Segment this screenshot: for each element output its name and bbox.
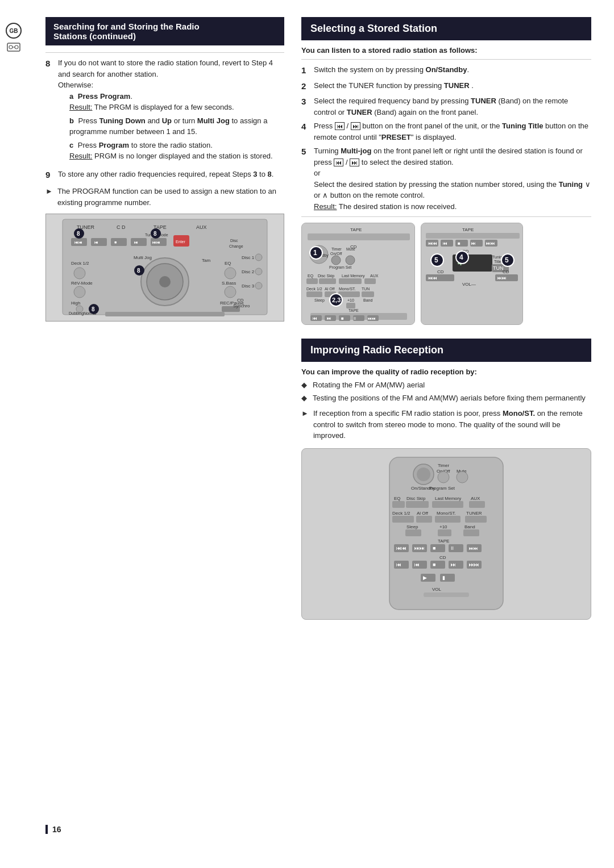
svg-rect-89	[346, 303, 355, 308]
svg-text:⏮⏮: ⏮⏮	[396, 545, 406, 551]
svg-text:Last Memory: Last Memory	[342, 274, 365, 278]
svg-text:⏮: ⏮	[396, 562, 401, 567]
svg-text:CD: CD	[439, 555, 446, 560]
svg-text:TUN: TUN	[362, 287, 370, 291]
svg-text:5: 5	[434, 256, 438, 264]
svg-text:TAPE: TAPE	[438, 539, 449, 544]
svg-point-49	[255, 254, 262, 261]
step8-row: 8 If you do not want to store the radio …	[45, 57, 284, 164]
svg-rect-165	[416, 516, 432, 523]
svg-text:■: ■	[114, 240, 117, 244]
svg-text:Band: Band	[363, 298, 372, 302]
svg-rect-98	[339, 315, 350, 321]
svg-text:⏮⏮: ⏮⏮	[428, 241, 437, 246]
svg-rect-164	[392, 516, 414, 523]
svg-text:1: 1	[313, 249, 317, 257]
svg-text:II: II	[451, 545, 454, 551]
svg-text:Al Off: Al Off	[417, 511, 429, 516]
svg-rect-87	[362, 291, 374, 297]
svg-text:Title: Title	[494, 260, 501, 264]
svg-text:Last Memory: Last Memory	[435, 496, 461, 501]
svg-rect-77	[319, 278, 336, 284]
svg-text:⏭⏭: ⏭⏭	[469, 546, 478, 551]
diamond-icon2: ◆	[301, 393, 307, 404]
svg-text:Synchro: Synchro	[233, 303, 250, 308]
svg-text:8: 8	[154, 231, 157, 237]
svg-rect-59	[105, 312, 225, 316]
improving-intro: You can improve the quality of radio rec…	[301, 368, 591, 376]
svg-text:Sleep: Sleep	[406, 524, 418, 529]
svg-text:TUNER: TUNER	[466, 511, 482, 516]
svg-rect-79	[364, 278, 376, 284]
svg-text:⏭⏭: ⏭⏭	[152, 240, 160, 244]
svg-point-37	[74, 286, 85, 298]
note2-arrow: ►	[301, 408, 309, 441]
svg-text:⏭⏭: ⏭⏭	[486, 241, 495, 246]
svg-text:On/Off: On/Off	[330, 252, 342, 256]
svg-text:Multi Jog: Multi Jog	[134, 255, 152, 260]
svg-rect-62	[308, 233, 410, 240]
right-step3: 3 Select the required frequency band by …	[301, 95, 591, 118]
svg-text:Mono/ST.: Mono/ST.	[339, 287, 356, 291]
svg-text:⏭⏭: ⏭⏭	[469, 562, 479, 567]
svg-text:Band: Band	[464, 524, 475, 529]
cassette-icon	[7, 42, 20, 55]
svg-point-70	[346, 256, 355, 265]
svg-text:Deck 1/2: Deck 1/2	[306, 287, 322, 291]
svg-text:VOL—: VOL—	[462, 282, 476, 287]
svg-text:Timer: Timer	[438, 463, 449, 468]
bottom-remote-image: On/Standby Timer On/Off Mute Program Set…	[301, 448, 591, 620]
svg-point-150	[457, 471, 468, 483]
svg-text:8: 8	[137, 268, 140, 274]
svg-text:⏮⏮: ⏮⏮	[428, 276, 437, 281]
svg-point-31	[159, 276, 171, 287]
svg-text:⏭⏭: ⏭⏭	[497, 276, 507, 281]
svg-text:TAPE: TAPE	[462, 227, 474, 232]
svg-text:EQ: EQ	[394, 496, 401, 501]
svg-text:▶: ▶	[423, 575, 427, 581]
step8-num: 8	[45, 57, 55, 164]
svg-text:2,3: 2,3	[332, 297, 341, 303]
svg-text:8: 8	[92, 306, 95, 312]
step8-content: If you do not want to store the radio st…	[58, 57, 284, 164]
svg-text:Program Set: Program Set	[429, 486, 455, 491]
step8b: b Press Tuning Down and Up or turn Multi…	[69, 115, 284, 137]
step8a: a Press Program. Result: The PRGM is dis…	[69, 91, 284, 113]
left-section-title: Searching for and Storing the Radio Stat…	[45, 17, 284, 45]
svg-text:CD: CD	[503, 269, 509, 274]
right-step4: 4 Press ⏮ / ⏭ button on the front panel …	[301, 120, 591, 143]
svg-text:Al Off: Al Off	[325, 287, 334, 291]
svg-text:S.Bass: S.Bass	[222, 281, 236, 286]
svg-rect-171	[405, 529, 421, 536]
right-column: Selecting a Stored Station You can liste…	[301, 17, 591, 825]
improving-title: Improving Radio Reception	[301, 339, 591, 362]
svg-text:⏮⏮: ⏮⏮	[74, 240, 82, 244]
svg-rect-110	[426, 233, 520, 239]
svg-text:■: ■	[433, 545, 435, 551]
svg-text:AUX: AUX	[471, 496, 480, 501]
svg-text:⏭: ⏭	[471, 241, 476, 246]
svg-text:CD: CD	[237, 298, 244, 303]
svg-text:■: ■	[433, 562, 435, 567]
svg-point-1	[9, 45, 13, 49]
selecting-intro: You can listen to a stored radio station…	[301, 46, 591, 55]
svg-text:Program Set: Program Set	[329, 265, 351, 270]
svg-rect-14	[111, 238, 127, 246]
svg-text:■: ■	[341, 316, 344, 321]
svg-rect-156	[392, 501, 405, 508]
bullet2: ◆ Testing the positions of the FM and AM…	[301, 393, 591, 404]
svg-text:High: High	[71, 301, 80, 306]
svg-text:⏭: ⏭	[451, 562, 456, 567]
svg-text:Disc 2: Disc 2	[242, 269, 255, 274]
remote-images-row: TAPE CD Standby Timer On/Off Mute	[301, 223, 591, 325]
right-step2: 2 Select the TUNER function by pressing …	[301, 80, 591, 93]
svg-rect-16	[131, 238, 147, 246]
note-arrow: ►	[45, 186, 53, 208]
svg-point-148	[438, 471, 449, 483]
svg-text:8: 8	[77, 231, 80, 237]
svg-text:Mute: Mute	[346, 247, 355, 251]
svg-text:⏭⏭: ⏭⏭	[368, 316, 376, 320]
svg-text:C D: C D	[117, 224, 126, 230]
left-remote-image: TAPE CD Standby Timer On/Off Mute	[301, 223, 415, 325]
svg-rect-12	[91, 238, 107, 246]
